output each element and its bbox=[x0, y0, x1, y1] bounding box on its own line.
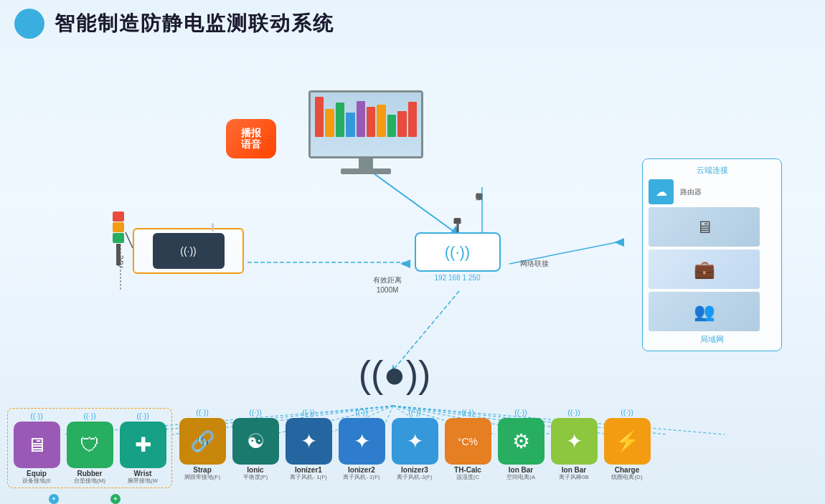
server-image: 🖥 bbox=[649, 207, 760, 247]
device-th-calc-icon: °C% bbox=[445, 418, 491, 465]
distance-label: 有效距离 1000M bbox=[373, 275, 402, 295]
svg-line-7 bbox=[126, 232, 133, 248]
device-ionizer3-icon: ✦ bbox=[392, 418, 438, 465]
device-wrist-signal: ((·)) bbox=[117, 412, 169, 420]
cloud-icon: ☁ bbox=[649, 179, 674, 204]
device-ionizer3-sub: 离子风机-3(F) bbox=[389, 474, 440, 481]
device-ionic-icon: ☯ bbox=[232, 418, 279, 465]
device-ionic[interactable]: ((·)) ☯ Ionic 平衡度(P) bbox=[230, 408, 281, 481]
device-rubber-name: Rubber bbox=[64, 470, 116, 477]
voice-broadcast: 播报语音 bbox=[215, 119, 287, 158]
device-wrist-icon: ✚ bbox=[120, 422, 166, 468]
device-ionic-name: Ionic bbox=[230, 466, 281, 474]
header: 智能制造防静电监测联动系统 bbox=[0, 0, 825, 47]
device-wrist[interactable]: ((·)) ✚ Wrist 腕带接地(W bbox=[117, 412, 169, 485]
bottom-indicators: + + bbox=[49, 494, 121, 504]
device-ion-bar-b-signal: ((·)) bbox=[548, 408, 600, 417]
device-ionic-signal: ((·)) bbox=[230, 408, 281, 417]
monitor-neck bbox=[359, 158, 373, 168]
transmitter-box: ((·)) bbox=[133, 228, 244, 274]
device-ionizer2[interactable]: ((·)) ✦ Ionizer2 离子风机- 2(F) bbox=[336, 408, 387, 481]
router-device: ((·)) bbox=[415, 232, 501, 272]
indicator-1: + bbox=[49, 494, 59, 504]
device-ionizer2-signal: ((·)) bbox=[336, 408, 387, 417]
central-signal: ((●)) bbox=[352, 356, 438, 393]
voice-icon: 播报语音 bbox=[241, 128, 261, 150]
device-wrist-name: Wrist bbox=[117, 470, 169, 477]
device-group-esd: ((·)) 🖥 Equip 设备接地(E ((·)) 🛡 Rubber 台垫接地… bbox=[7, 408, 172, 488]
router-ip: 192 168 1 250 bbox=[409, 274, 506, 282]
svg-line-0 bbox=[366, 168, 457, 234]
device-charge-signal: ((·)) bbox=[601, 408, 653, 417]
device-rubber-sub: 台垫接地(M) bbox=[64, 477, 116, 485]
indicator-2: + bbox=[110, 494, 121, 504]
device-ionizer1-name: Ionizer1 bbox=[283, 466, 334, 474]
diagram: 播报语音 数据传输带 bbox=[0, 47, 825, 504]
device-ionizer3[interactable]: ((·)) ✦ Ionizer3 离子风机-3(F) bbox=[389, 408, 440, 481]
lan-title: 局域网 bbox=[649, 334, 776, 345]
device-charge[interactable]: ((·)) ⚡ Charge 线圈电离(D) bbox=[601, 408, 653, 481]
device-rubber-icon: 🛡 bbox=[67, 422, 113, 468]
device-th-calc-signal: ((·)) bbox=[442, 408, 494, 417]
device-strap-name: Strap bbox=[176, 466, 228, 474]
device-ionizer1-sub: 离子风机- 1(F) bbox=[283, 474, 334, 481]
device-rubber-signal: ((·)) bbox=[64, 412, 116, 420]
device-equip-icon: 🖥 bbox=[14, 422, 60, 468]
devices-bottom-row: ((·)) 🖥 Equip 设备接地(E ((·)) 🛡 Rubber 台垫接地… bbox=[7, 408, 821, 488]
router-label: 路由器 bbox=[677, 179, 702, 204]
device-ion-bar-a-signal: ((·)) bbox=[495, 408, 547, 417]
device-ionizer2-icon: ✦ bbox=[339, 418, 385, 465]
device-equip[interactable]: ((·)) 🖥 Equip 设备接地(E bbox=[11, 412, 62, 485]
cloud-area: 云端连接 ☁ 路由器 🖥 💼 👥 局域网 bbox=[642, 158, 782, 351]
device-strap-signal: ((·)) bbox=[176, 408, 228, 417]
transmitter-device: ((·)) bbox=[153, 233, 225, 269]
page-title: 智能制造防静电监测联动系统 bbox=[55, 10, 334, 37]
signal-waves-small: ((·)) bbox=[445, 243, 470, 262]
device-charge-sub: 线圈电离(D) bbox=[601, 474, 653, 481]
device-ion-bar-b-sub: 离子风棒0B bbox=[548, 474, 600, 481]
device-ionizer3-signal: ((·)) bbox=[389, 408, 440, 417]
device-th-calc-name: TH-Calc bbox=[442, 466, 494, 474]
device-ionizer2-sub: 离子风机- 2(F) bbox=[336, 474, 387, 481]
device-ion-bar-b-name: Ion Bar bbox=[548, 466, 600, 474]
device-ion-bar-a[interactable]: ((·)) ⚙ Ion Bar 空间电离(A bbox=[495, 408, 547, 481]
device-ionizer1-signal: ((·)) bbox=[283, 408, 334, 417]
device-ion-bar-b[interactable]: ((·)) ✦ Ion Bar 离子风棒0B bbox=[548, 408, 600, 481]
meeting-image: 👥 bbox=[649, 292, 760, 331]
device-ionic-sub: 平衡度(P) bbox=[230, 474, 281, 481]
device-charge-icon: ⚡ bbox=[604, 418, 651, 465]
device-rubber[interactable]: ((·)) 🛡 Rubber 台垫接地(M) bbox=[64, 412, 116, 485]
device-ionizer1[interactable]: ((·)) ✦ Ionizer1 离子风机- 1(F) bbox=[283, 408, 334, 481]
device-wrist-sub: 腕带接地(W bbox=[117, 477, 169, 485]
voltage-label: 24V bbox=[116, 255, 124, 268]
device-equip-name: Equip bbox=[11, 470, 62, 477]
device-ionizer2-name: Ionizer2 bbox=[336, 466, 387, 474]
device-ion-bar-a-sub: 空间电离(A bbox=[495, 474, 547, 481]
svg-marker-6 bbox=[614, 238, 624, 247]
device-strap-sub: 脚跟带接地(F) bbox=[176, 474, 228, 481]
voice-bubble: 播报语音 bbox=[226, 119, 276, 158]
device-ionizer3-name: Ionizer3 bbox=[389, 466, 440, 474]
device-ion-bar-a-name: Ion Bar bbox=[495, 466, 547, 474]
device-charge-name: Charge bbox=[601, 466, 653, 474]
device-equip-sub: 设备接地(E bbox=[11, 477, 62, 485]
cloud-title: 云端连接 bbox=[649, 165, 776, 176]
device-ion-bar-b-icon: ✦ bbox=[551, 418, 598, 465]
device-ionizer1-icon: ✦ bbox=[286, 418, 332, 465]
signal-waves-large: ((●)) bbox=[352, 356, 438, 393]
office-image: 💼 bbox=[649, 249, 760, 289]
monitor-screen bbox=[308, 90, 423, 158]
device-strap-icon: 🔗 bbox=[179, 418, 226, 465]
device-th-calc[interactable]: ((·)) °C% TH-Calc 温湿度(C bbox=[442, 408, 494, 481]
router-box: ((·)) 192 168 1 250 bbox=[409, 232, 506, 282]
device-equip-signal: ((·)) bbox=[11, 412, 62, 420]
device-th-calc-sub: 温湿度(C bbox=[442, 474, 494, 481]
monitor-base bbox=[341, 168, 391, 174]
header-circle bbox=[14, 9, 44, 39]
network-connection-label: 网络联接 bbox=[520, 259, 549, 269]
device-strap[interactable]: ((·)) 🔗 Strap 脚跟带接地(F) bbox=[176, 408, 228, 481]
device-ion-bar-a-icon: ⚙ bbox=[498, 418, 544, 465]
monitor bbox=[301, 90, 430, 174]
